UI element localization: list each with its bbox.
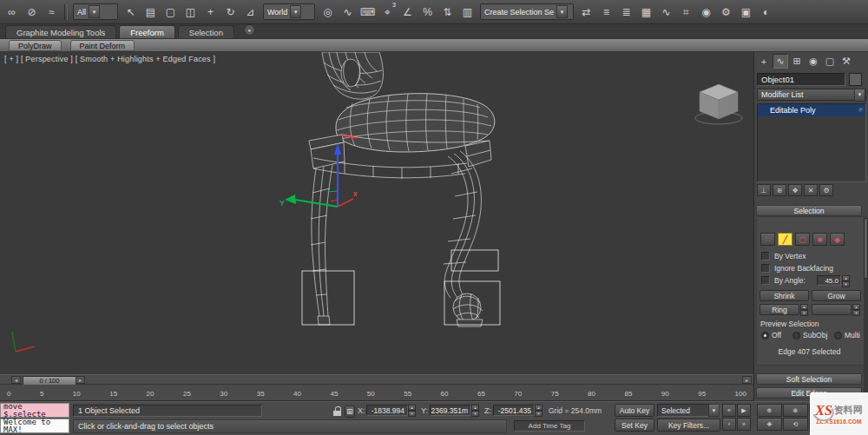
select-and-manipulate-icon[interactable]: ∿ [338,2,358,22]
add-time-tag[interactable]: Add Time Tag [514,420,585,432]
schematic-view-icon[interactable]: ⌗ [676,2,696,22]
tab-polydraw[interactable]: PolyDraw [9,40,62,51]
stack-item-editable-poly[interactable]: Editable Poly⌾ [758,104,865,116]
y-spinner[interactable]: ▲▼ [471,405,479,416]
element-icon[interactable]: ◆ [830,233,845,246]
chair-backrest[interactable] [322,52,384,99]
tab-selection[interactable]: Selection [178,25,234,38]
scrollbar-thumb[interactable] [864,218,868,279]
graphite-ribbon-icon[interactable]: ▦ [636,2,656,22]
time-slider-next-icon[interactable]: ▸ [76,376,85,384]
rectangular-selection-icon[interactable]: ▢ [161,2,181,22]
auto-key-button[interactable]: Auto Key [615,404,654,417]
angle-spinner[interactable]: ▲▼ [842,275,850,287]
ignore-backfacing-checkbox[interactable] [761,264,770,273]
go-to-start-button[interactable]: « [722,404,736,417]
preview-off-radio[interactable] [761,332,769,339]
pan-button[interactable]: ✥ [757,418,782,431]
window-crossing-icon[interactable]: ◫ [181,2,201,22]
snaps-toggle-icon[interactable]: ⌖3 [378,2,398,22]
render-production-icon[interactable]: ◐ [756,2,776,22]
select-and-rotate-icon[interactable]: ↻ [220,2,240,22]
chair-seat-cushion[interactable] [336,94,495,152]
polygon-icon[interactable]: ■ [812,233,827,246]
previous-frame-button[interactable]: ‹ [722,418,736,431]
curve-editor-icon[interactable]: ∿ [656,2,676,22]
loop-spinner[interactable]: ▲▼ [852,304,860,315]
z-coordinate-field[interactable]: -2501.435 [493,405,535,416]
command-panel-scrollbar[interactable] [864,218,868,399]
object-name-field[interactable]: Object01 [757,73,845,86]
select-object-icon[interactable]: ↖ [121,2,141,22]
x-spinner[interactable]: ▲▼ [408,405,416,416]
angle-snap-icon[interactable]: ∠ [398,2,418,22]
percent-snap-icon[interactable]: % [418,2,437,22]
loop-button[interactable] [812,304,852,315]
shrink-button[interactable]: Shrink [760,290,809,301]
ring-button[interactable]: Ring [760,304,799,315]
tab-freeform[interactable]: Freeform [119,25,175,38]
bind-to-space-warp-icon[interactable]: ≈ [42,2,62,22]
select-by-name-icon[interactable]: ▤ [141,2,161,22]
vertex-icon[interactable]: ∷ [760,233,775,246]
rollout-selection[interactable]: Selection [756,205,862,216]
preview-multi-radio[interactable] [834,332,842,339]
go-to-end-button[interactable]: » [737,418,751,431]
modifier-stack[interactable]: Editable Poly⌾ [757,103,866,182]
by-vertex-checkbox[interactable] [761,252,770,260]
modifier-list-dropdown[interactable]: Modifier List▼ [757,89,866,101]
play-animation-button[interactable]: ▶ [737,404,751,417]
configure-modifier-sets-icon[interactable]: ⚙ [819,184,833,196]
time-slider-prev-icon[interactable]: ◂ [11,376,21,384]
remove-modifier-icon[interactable]: ✕ [804,184,818,196]
tab-paint-deform[interactable]: Paint Deform [70,40,135,51]
utilities-tab-icon[interactable]: ⚒ [838,54,854,69]
reference-coordinate-dropdown[interactable]: World▼ [263,3,315,20]
z-spinner[interactable]: ▲▼ [535,405,542,416]
spinner-snap-icon[interactable]: ⇅ [437,2,457,22]
zoom-all-button[interactable]: ⊛ [783,404,808,417]
maxscript-listener-input[interactable]: move $.selecte [0,403,69,418]
perspective-viewport[interactable]: [ + ] [ Perspective ] [ Smooth + Highlig… [0,52,753,374]
ring-spinner[interactable]: ▲▼ [800,304,808,315]
named-selection-set-dropdown[interactable]: Create Selection Se▼ [480,3,574,20]
edge-icon[interactable]: ╱ [778,233,792,246]
motion-tab-icon[interactable]: ◉ [806,54,821,69]
object-color-swatch[interactable] [849,73,862,86]
show-end-result-icon[interactable]: ≋ [773,184,786,196]
by-angle-checkbox[interactable] [761,276,770,285]
pin-stack-icon[interactable]: ⊥ [757,184,771,196]
track-bar[interactable]: 0510152025303540455055606570758085909510… [0,385,753,401]
zoom-button[interactable]: ⊕ [757,404,782,417]
create-tab-icon[interactable]: + [756,54,772,69]
use-pivot-center-icon[interactable]: ◎ [318,2,338,22]
time-slider-end-icon[interactable]: ▸ [742,376,752,384]
render-setup-icon[interactable]: ⚙ [716,2,736,22]
orbit-button[interactable]: ⟲ [783,418,808,431]
key-mode-dropdown[interactable]: Selected▼ [657,404,720,417]
absolute-mode-icon[interactable]: ⊞ [345,405,355,418]
angle-value-field[interactable]: 45.0 [817,275,841,286]
time-slider[interactable]: ◂ 0 / 100 ▸ ▸ [0,374,753,385]
tab-graphite-modeling-tools[interactable]: Graphite Modeling Tools [5,25,116,38]
mirror-icon[interactable]: ⇄ [576,2,596,22]
selection-filter-dropdown[interactable]: All▼ [73,3,118,20]
grow-button[interactable]: Grow [812,290,861,301]
key-filters-button[interactable]: Key Filters... [657,419,720,432]
rendered-frame-icon[interactable]: ▣ [736,2,756,22]
material-editor-icon[interactable]: ◉ [696,2,716,22]
chair-right-leg[interactable] [444,151,483,326]
maxscript-listener-output[interactable]: Welcome to MAX! [0,419,69,433]
modify-tab-icon[interactable]: ∿ [773,54,788,69]
select-and-link-icon[interactable]: ∞ [2,2,22,22]
make-unique-icon[interactable]: ❖ [788,184,802,196]
select-and-move-icon[interactable]: + [201,2,220,22]
ribbon-minimize-icon[interactable]: ● [244,24,255,36]
select-and-scale-icon[interactable]: ⊿ [240,2,260,22]
edit-named-selection-sets-icon[interactable]: ▥ [457,2,477,22]
gizmo-y-arrow-icon[interactable] [285,194,296,204]
border-icon[interactable]: ▢ [795,233,810,246]
viewport-label[interactable]: [ + ] [ Perspective ] [ Smooth + Highlig… [4,55,215,63]
hierarchy-tab-icon[interactable]: ⊞ [789,54,805,69]
unlink-selection-icon[interactable]: ⊘ [22,2,42,22]
